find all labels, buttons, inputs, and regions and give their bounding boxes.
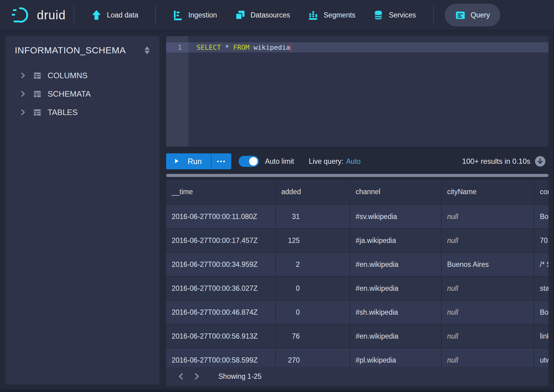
sql-token-keyword: SELECT (197, 44, 221, 51)
run-button[interactable]: Run (166, 153, 212, 169)
cell-comment[interactable]: Bot (534, 205, 548, 229)
cell-value: 270 (281, 356, 300, 364)
table-icon (33, 108, 41, 117)
run-more-button[interactable]: ••• (212, 153, 231, 169)
cell-comment[interactable]: link (534, 325, 548, 348)
cell-cityName[interactable]: null (442, 325, 534, 348)
cell-__time[interactable]: 2016-06-27T00:00:46.874Z (166, 301, 276, 325)
cell-added[interactable]: 0 (276, 301, 350, 325)
table-icon (33, 71, 41, 80)
column-header-cityName[interactable]: cityName (442, 179, 534, 205)
column-header-__time[interactable]: __time (166, 179, 276, 205)
datasources-icon (235, 10, 245, 20)
results-info: 100+ results in 0.10s (462, 157, 530, 166)
window-bottom-edge (0, 390, 554, 392)
cell-channel[interactable]: #en.wikipedia (350, 325, 442, 348)
cell-value: 2 (281, 260, 300, 269)
nav-item-label: Datasources (251, 11, 290, 19)
chevron-left-icon[interactable] (174, 372, 189, 380)
cell-channel[interactable]: #en.wikipedia (350, 253, 442, 277)
text-cursor (291, 43, 291, 52)
cell-added[interactable]: 76 (276, 325, 350, 348)
cell-__time[interactable]: 2016-06-27T00:00:58.599Z (166, 348, 276, 367)
cell-__time[interactable]: 2016-06-27T00:00:17.457Z (166, 229, 276, 253)
cell-added[interactable]: 2 (276, 253, 350, 277)
cell-cityName[interactable]: null (442, 301, 534, 325)
null-value: null (447, 356, 458, 364)
table-header-row: __timeaddedchannelcityNamecomment (166, 179, 548, 205)
table-row: 2016-06-27T00:00:58.599Z270#pl.wikipedia… (166, 348, 548, 367)
cell-comment[interactable]: stat (534, 277, 548, 301)
download-icon[interactable] (535, 156, 546, 167)
toggle-knob (249, 157, 258, 166)
cell-cityName[interactable]: null (442, 348, 534, 367)
nav-item-label: Query (471, 11, 490, 19)
cell-cityName[interactable]: Buenos Aires (442, 253, 534, 277)
table-icon (33, 90, 41, 98)
cell-__time[interactable]: 2016-06-27T00:00:11.080Z (166, 205, 276, 229)
cell-channel[interactable]: #sv.wikipedia (350, 205, 442, 229)
chevron-right-icon (19, 109, 26, 116)
tree-item-tables[interactable]: TABLES (6, 103, 159, 121)
nav-item-services[interactable]: Services (364, 0, 425, 30)
results-table: __timeaddedchannelcityNamecomment 2016-0… (166, 179, 548, 367)
tree-item-schemata[interactable]: SCHEMATA (6, 85, 159, 103)
nav-item-query[interactable]: Query (442, 0, 504, 30)
sql-token-plain: * (221, 44, 233, 51)
double-caret-vertical-icon[interactable] (142, 45, 153, 56)
table-rows: 2016-06-27T00:00:11.080Z31#sv.wikipedian… (166, 205, 548, 367)
nav-item-load-data[interactable]: Load data (82, 0, 147, 30)
cell-comment[interactable]: 70. (534, 229, 548, 253)
column-header-comment[interactable]: comment (534, 179, 548, 205)
null-value: null (447, 284, 458, 293)
cell-__time[interactable]: 2016-06-27T00:00:36.027Z (166, 277, 276, 301)
cell-cityName[interactable]: null (442, 205, 534, 229)
nav-item-segments[interactable]: Segments (299, 0, 365, 30)
cell-comment[interactable]: utw (534, 348, 548, 367)
results-horizontal-scrollbar[interactable] (166, 174, 548, 177)
brand-name: druid (37, 8, 66, 22)
live-query-value[interactable]: Auto (346, 157, 361, 166)
editor-gutter (166, 36, 188, 147)
table-row: 2016-06-27T00:00:34.959Z2#en.wikipediaBu… (166, 253, 548, 277)
query-toolbar: Run ••• Auto limit Live query: Auto 100+… (166, 153, 548, 169)
cell-value: 0 (281, 284, 300, 293)
cell-value: 31 (281, 213, 300, 221)
nav-item-ingestion[interactable]: Ingestion (164, 0, 226, 30)
cell-added[interactable]: 125 (276, 229, 350, 253)
sql-code-line[interactable]: SELECT * FROM wikipedia (188, 42, 548, 52)
cell-added[interactable]: 270 (276, 348, 350, 367)
sql-editor[interactable]: 1 SELECT * FROM wikipedia (166, 36, 548, 147)
showing-label: Showing 1-25 (218, 372, 262, 381)
cell-channel[interactable]: #pl.wikipedia (350, 348, 442, 367)
auto-limit-label: Auto limit (265, 157, 294, 166)
cell-cityName[interactable]: null (442, 277, 534, 301)
column-header-added[interactable]: added (276, 179, 350, 205)
cell-channel[interactable]: #ja.wikipedia (350, 229, 442, 253)
play-icon (174, 157, 180, 166)
cell-comment[interactable]: /* S (534, 253, 548, 277)
column-header-channel[interactable]: channel (350, 179, 442, 205)
nav-item-datasources[interactable]: Datasources (226, 0, 299, 30)
run-label: Run (188, 157, 202, 166)
table-row: 2016-06-27T00:00:46.874Z0#sh.wikipedianu… (166, 301, 548, 325)
upload-icon (91, 10, 102, 20)
cell-added[interactable]: 0 (276, 277, 350, 301)
cell-value: 0 (281, 308, 300, 317)
cell-__time[interactable]: 2016-06-27T00:00:34.959Z (166, 253, 276, 277)
auto-limit-toggle[interactable] (239, 156, 259, 167)
schema-selector[interactable]: INFORMATION_SCHEMA (6, 45, 159, 56)
tree-item-label: TABLES (48, 108, 78, 117)
cell-__time[interactable]: 2016-06-27T00:00:56.913Z (166, 325, 276, 348)
results-panel: __timeaddedchannelcityNamecomment 2016-0… (166, 179, 548, 386)
druid-logo-icon (12, 6, 31, 24)
tree-item-columns[interactable]: COLUMNS (6, 66, 159, 85)
cell-channel[interactable]: #sh.wikipedia (350, 301, 442, 325)
cell-added[interactable]: 31 (276, 205, 350, 229)
chevron-right-icon[interactable] (189, 372, 204, 380)
cell-channel[interactable]: #en.wikipedia (350, 277, 442, 301)
druid-logo[interactable]: druid (12, 6, 66, 24)
cell-comment[interactable]: Bot (534, 301, 548, 325)
null-value: null (447, 236, 458, 245)
cell-cityName[interactable]: null (442, 229, 534, 253)
